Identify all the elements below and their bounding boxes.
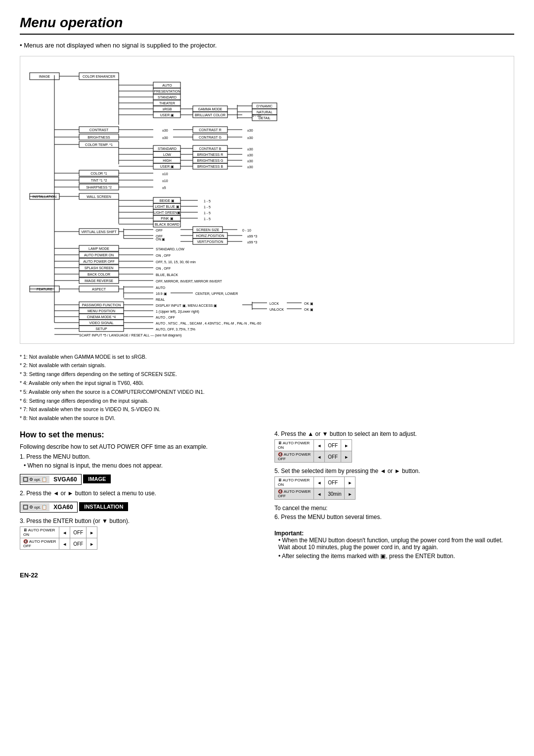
svg-text:BRILLIANT COLOR: BRILLIANT COLOR (195, 113, 225, 117)
svg-text:sRGB: sRGB (163, 107, 172, 111)
svg-text:±30: ±30 (162, 129, 168, 132)
icon-5: ⚙ (29, 505, 33, 510)
important-2: After selecting the items marked with ▣,… (278, 553, 514, 560)
svg-text:±30: ±30 (247, 165, 253, 169)
svg-text:PINK ▣: PINK ▣ (161, 217, 173, 220)
ap-label-4: 🔇 AUTO POWEROFF (275, 451, 314, 463)
ap-label-6: 🔇 AUTO POWEROFF (275, 488, 314, 500)
svg-text:BRIGHTNESS B: BRIGHTNESS B (197, 165, 223, 168)
svg-text:COLOR ENHANCER: COLOR ENHANCER (83, 75, 115, 78)
how-to-section: How to set the menus: Following describe… (20, 430, 514, 562)
svg-text:IMAGE: IMAGE (39, 75, 50, 78)
step-1: 1. Press the MENU button. (20, 453, 260, 460)
svg-text:DYNAMIC: DYNAMIC (257, 104, 272, 108)
svg-text:±99  *3: ±99 *3 (247, 235, 257, 238)
svg-text:BLACK BOARD: BLACK BOARD (155, 223, 179, 226)
ap-value-2: OFF (70, 538, 87, 550)
important-1: When the MENU button doesn't function, u… (278, 537, 514, 551)
svg-text:0 - 10: 0 - 10 (242, 229, 251, 232)
svg-text:BRIGHTNESS R: BRIGHTNESS R (197, 153, 223, 156)
tri-right-6 (345, 488, 356, 500)
svg-text:THEATER: THEATER (159, 101, 175, 105)
svg-text:TINT  *1 *2: TINT *1 *2 (91, 179, 107, 182)
svg-text:1 - 5: 1 - 5 (204, 217, 211, 221)
svg-text:MENU POSITION: MENU POSITION (88, 309, 115, 313)
tri-left-2 (59, 538, 70, 550)
svg-text:±30: ±30 (162, 136, 168, 140)
svg-text:VIDEO SIGNAL: VIDEO SIGNAL (89, 321, 114, 325)
ap-label-1: 🖥 AUTO POWERON (20, 527, 59, 538)
svg-text:ASPECT: ASPECT (92, 287, 106, 291)
cancel-text: To cancel the menu: (274, 505, 514, 512)
svg-text:HORIZ.POSITION: HORIZ.POSITION (196, 234, 224, 237)
ap-value-4: OFF (325, 451, 341, 463)
svg-text:OK ▣: OK ▣ (304, 308, 313, 311)
svg-text:±30: ±30 (247, 136, 253, 140)
svg-text:±99  *3: ±99 *3 (247, 240, 257, 244)
how-to-title: How to set the menus: (20, 430, 260, 439)
svg-text:STANDARD: STANDARD (158, 95, 177, 99)
svg-text:BRIGHTNESS: BRIGHTNESS (88, 136, 110, 139)
svg-text:NATURAL: NATURAL (257, 110, 272, 114)
svg-text:IMAGE REVERSE: IMAGE REVERSE (85, 279, 113, 283)
svg-text:REAL: REAL (156, 298, 165, 301)
svg-text:1 - 5: 1 - 5 (204, 199, 211, 203)
step-4: 4. Press the ▲ or ▼ button to select an … (274, 430, 514, 437)
svg-text:LIGHT GREEN▣: LIGHT GREEN▣ (154, 211, 180, 214)
svg-text:CONTRAST B: CONTRAST B (199, 147, 222, 150)
ap-value-1: OFF (70, 527, 87, 538)
ap-value-3: OFF (325, 440, 341, 451)
svg-text:LIGHT BLUE ▣: LIGHT BLUE ▣ (155, 205, 179, 208)
svg-text:AUTO POWER OFF: AUTO POWER OFF (83, 260, 115, 263)
svg-text:±10: ±10 (162, 172, 168, 176)
icon-opt: opt. (34, 477, 41, 482)
svg-text:CENTER, UPPER, LOWER: CENTER, UPPER, LOWER (195, 292, 238, 295)
svg-text:±30: ±30 (247, 147, 253, 151)
svg-text:16:9 ▣: 16:9 ▣ (156, 292, 167, 295)
note-6: * 6: Setting range differs depending on … (20, 397, 514, 405)
step4-table: 🖥 AUTO POWERON OFF 🔇 AUTO POWEROFF OFF (274, 439, 352, 463)
svg-text:AUTO, OFF, 3.75%, 7.5%: AUTO, OFF, 3.75%, 7.5% (156, 328, 195, 331)
svg-text:CONTRAST G: CONTRAST G (199, 136, 222, 139)
step5-table: 🖥 AUTO POWERON OFF 🔇 AUTO POWEROFF 30min (274, 476, 356, 500)
note-2: * 2: Not available with certain signals. (20, 361, 514, 370)
svg-text:HIGH: HIGH (163, 159, 172, 162)
svg-text:GAMMA MODE: GAMMA MODE (198, 107, 222, 111)
model-2-label: INSTALLATION (79, 502, 128, 511)
svg-text:CINEMA MODE  *4: CINEMA MODE *4 (87, 315, 116, 319)
note-1: * 1: Not available when GAMMA MODE is se… (20, 353, 514, 361)
svg-text:AUTO: AUTO (162, 84, 172, 87)
icon-2: ⚙ (29, 477, 33, 482)
how-to-left: How to set the menus: Following describe… (20, 430, 260, 562)
page-title: Menu operation (20, 15, 514, 35)
svg-text:UNLOCK: UNLOCK (269, 308, 284, 311)
ap-label-2: 🔇 AUTO POWEROFF (20, 538, 59, 550)
model-1-name: SVGA60 (49, 474, 81, 484)
model-1-label: IMAGE (83, 474, 111, 483)
icon-6: 📋 (42, 505, 47, 510)
menu-diagram: IMAGE COLOR ENHANCER AUTO PRESENTATION S… (20, 56, 514, 344)
note-3: * 3: Setting range differs depending on … (20, 370, 514, 378)
step-2: 2. Press the ◄ or ► button to select a m… (20, 490, 260, 497)
svg-text:OK ▣: OK ▣ (304, 302, 313, 305)
svg-text:1 (Upper left), 2(Lower right): 1 (Upper left), 2(Lower right) (156, 310, 199, 314)
svg-text:STANDARD, LOW: STANDARD, LOW (156, 247, 184, 251)
tri-left-6 (314, 488, 325, 500)
step-3: 3. Press the ENTER button (or ▼ button). (20, 518, 260, 524)
tri-right-4 (341, 451, 352, 463)
svg-text:OFF, 5, 10, 15, 30, 60 min: OFF, 5, 10, 15, 30, 60 min (156, 260, 196, 264)
tri-right-3 (341, 440, 352, 451)
svg-text:DISPLAY INPUT ▣, MENU ACCESS ▣: DISPLAY INPUT ▣, MENU ACCESS ▣ (156, 304, 217, 307)
ap-value-5: OFF (325, 477, 345, 488)
tri-left-1 (59, 527, 70, 538)
svg-text:±5: ±5 (162, 186, 166, 189)
ap-label-5: 🖥 AUTO POWERON (275, 477, 314, 488)
note-5: * 5: Available only when the source is a… (20, 388, 514, 396)
svg-text:BACK COLOR: BACK COLOR (88, 273, 110, 276)
svg-text:1 - 5: 1 - 5 (204, 211, 211, 215)
svg-text:SCREEN SIZE: SCREEN SIZE (196, 228, 220, 232)
svg-text:FEATURE: FEATURE (37, 287, 52, 291)
svg-text:CONTRAST R: CONTRAST R (199, 128, 221, 132)
tri-left-4 (314, 451, 325, 463)
svg-text:SHARPNESS  *2: SHARPNESS *2 (86, 186, 112, 189)
